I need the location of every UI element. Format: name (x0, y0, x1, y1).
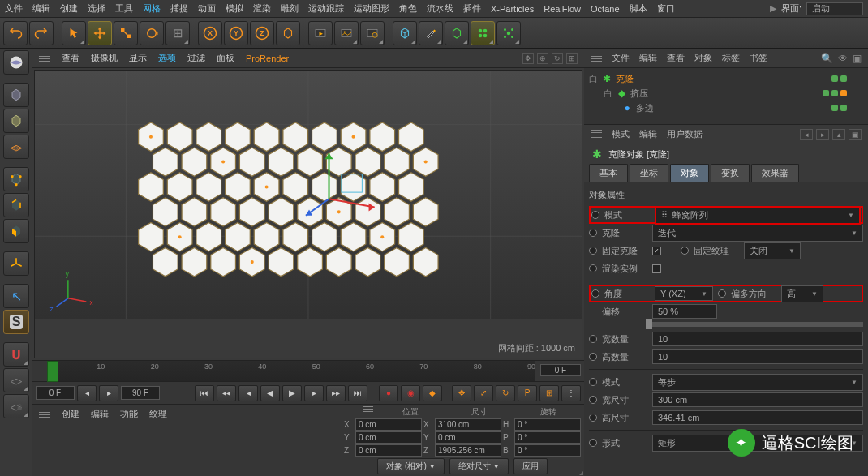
goto-end-button[interactable]: ⏭ (348, 385, 367, 401)
key-pos-button[interactable]: ✥ (452, 385, 471, 401)
btm-menu-func[interactable]: 功能 (120, 408, 138, 420)
om-menu-view[interactable]: 查看 (667, 52, 685, 64)
prop-hcount-field[interactable]: 10 (652, 349, 863, 364)
btm-menu-create[interactable]: 创建 (62, 408, 79, 420)
generator-button[interactable] (445, 21, 469, 45)
tweak-button[interactable]: ↖ (3, 284, 29, 308)
key-rot-button[interactable]: ↻ (496, 385, 515, 401)
key-scale-button[interactable]: ⤢ (474, 385, 493, 401)
vp-nav-1[interactable]: ✥ (522, 53, 534, 64)
autokey-button[interactable]: ◉ (401, 385, 420, 401)
menu-snap[interactable]: 捕捉 (170, 2, 188, 15)
prim-cube-button[interactable] (393, 21, 417, 45)
tab-1[interactable]: 坐标 (630, 164, 668, 182)
tab-0[interactable]: 基本 (589, 164, 628, 182)
make-editable-button[interactable] (3, 50, 29, 75)
menu-sculpt[interactable]: 雕刻 (281, 2, 299, 15)
btm-menu-edit[interactable]: 编辑 (91, 408, 109, 420)
move-tool[interactable] (88, 21, 112, 45)
workplane-button[interactable] (3, 135, 29, 159)
menu-anim[interactable]: 动画 (198, 2, 216, 15)
tree-node[interactable]: 白✱克隆 (589, 71, 863, 86)
prop-wsize-field[interactable]: 300 cm (652, 392, 863, 407)
render-view-button[interactable] (308, 21, 333, 45)
om-menu-bm[interactable]: 书签 (750, 52, 767, 64)
axis-x-button[interactable]: X (198, 21, 222, 45)
menu-create[interactable]: 创建 (60, 2, 78, 15)
keyframe-button[interactable]: ◆ (423, 385, 442, 401)
menu-plugin[interactable]: 插件 (463, 2, 481, 15)
om-menu-tag[interactable]: 标签 (722, 52, 740, 64)
am-nav-fwd[interactable]: ▸ (816, 129, 829, 140)
object-tree[interactable]: 白✱克隆白◆挤压●多边 (584, 68, 868, 125)
prop-offset-slider[interactable] (646, 322, 863, 327)
coord-Z-pos[interactable] (355, 444, 422, 457)
mograph-button[interactable] (471, 21, 495, 45)
menu-mesh[interactable]: 网格 (143, 2, 161, 15)
snap-button[interactable] (3, 342, 29, 367)
prop-clone-select[interactable]: 迭代▼ (652, 225, 863, 242)
layout-select[interactable] (806, 2, 863, 15)
coord-sys-button[interactable] (276, 21, 300, 45)
am-nav-up[interactable]: ▴ (832, 129, 845, 140)
vp-menu-view[interactable]: 查看 (62, 52, 79, 64)
coord-X-rot[interactable] (514, 418, 581, 431)
timeline[interactable]: 0102030405060708090 0 F (32, 360, 584, 381)
undo-button[interactable] (3, 21, 28, 45)
key-opts-button[interactable]: ⋮ (561, 385, 581, 401)
am-nav-back[interactable]: ◂ (800, 129, 813, 140)
workplane-snap-button[interactable] (3, 368, 29, 392)
menu-edit[interactable]: 编辑 (32, 2, 50, 15)
lock-wp-button[interactable] (3, 394, 29, 418)
menu-render[interactable]: 渲染 (253, 2, 271, 15)
axis-mode-button[interactable] (3, 251, 29, 276)
point-mode-button[interactable] (3, 167, 29, 191)
coord-Z-rot[interactable] (514, 444, 581, 457)
am-menu-mode[interactable]: 模式 (612, 128, 630, 140)
key-param-button[interactable]: P (518, 385, 537, 401)
vp-menu-display[interactable]: 显示 (129, 52, 147, 64)
vp-nav-2[interactable]: ⊕ (537, 53, 548, 64)
am-menu-edit[interactable]: 编辑 (639, 128, 657, 140)
btm-menu-tex[interactable]: 纹理 (149, 408, 167, 420)
am-nav-new[interactable]: ▣ (849, 129, 862, 140)
om-search-icon[interactable]: 🔍 (821, 53, 833, 64)
menu-char[interactable]: 角色 (399, 2, 417, 15)
prop-mode-select[interactable]: ⠿蜂窝阵列▼ (655, 206, 861, 225)
viewport-solo-button[interactable]: S (3, 310, 29, 334)
coord-apply-button[interactable]: 应用 (513, 458, 548, 474)
coord-mode1-select[interactable]: 对象 (相对) ▼ (377, 458, 444, 474)
am-menu-ud[interactable]: 用户数据 (667, 128, 703, 140)
menu-tools[interactable]: 工具 (115, 2, 133, 15)
tree-node[interactable]: ●多边 (589, 101, 863, 115)
next-frame-button[interactable]: ▸ (304, 385, 324, 401)
menu-window[interactable]: 窗口 (657, 2, 675, 15)
key-pla-button[interactable]: ⊞ (539, 385, 559, 401)
lastused-tool[interactable]: ⊞ (165, 21, 190, 45)
axis-z-button[interactable]: Z (250, 21, 274, 45)
vp-menu-prorender[interactable]: ProRender (246, 54, 289, 63)
prev-key-button[interactable]: ◂◂ (217, 385, 236, 401)
render-settings-button[interactable] (360, 21, 385, 45)
tree-node[interactable]: 白◆挤压 (589, 86, 863, 101)
menu-pipe[interactable]: 流水线 (427, 2, 453, 15)
play-back-button[interactable]: ◀ (260, 385, 280, 401)
om-plus-icon[interactable]: ▣ (853, 53, 862, 64)
coord-X-size[interactable] (435, 418, 501, 431)
texture-mode-button[interactable] (3, 109, 29, 133)
prop-angle-select[interactable]: Y (XZ)▼ (655, 286, 713, 301)
timeline-cursor[interactable] (47, 361, 58, 382)
coord-mode2-select[interactable]: 绝对尺寸 ▼ (449, 458, 509, 474)
end-frame-field[interactable]: 90 F (121, 386, 160, 400)
om-menu-obj[interactable]: 对象 (694, 52, 712, 64)
select-tool[interactable] (62, 21, 86, 45)
om-menu-file[interactable]: 文件 (612, 52, 630, 64)
prop-offset-field[interactable]: 50 % (652, 304, 717, 319)
next-key-button[interactable]: ▸▸ (326, 385, 346, 401)
vp-menu-filter[interactable]: 过滤 (187, 52, 205, 64)
prop-fixclone-check[interactable]: ✓ (652, 247, 661, 255)
goto-start-button[interactable]: ⏮ (195, 385, 214, 401)
om-eye-icon[interactable]: 👁 (838, 53, 848, 64)
menu-rf[interactable]: RealFlow (544, 4, 581, 14)
axis-y-button[interactable]: Y (224, 21, 248, 45)
